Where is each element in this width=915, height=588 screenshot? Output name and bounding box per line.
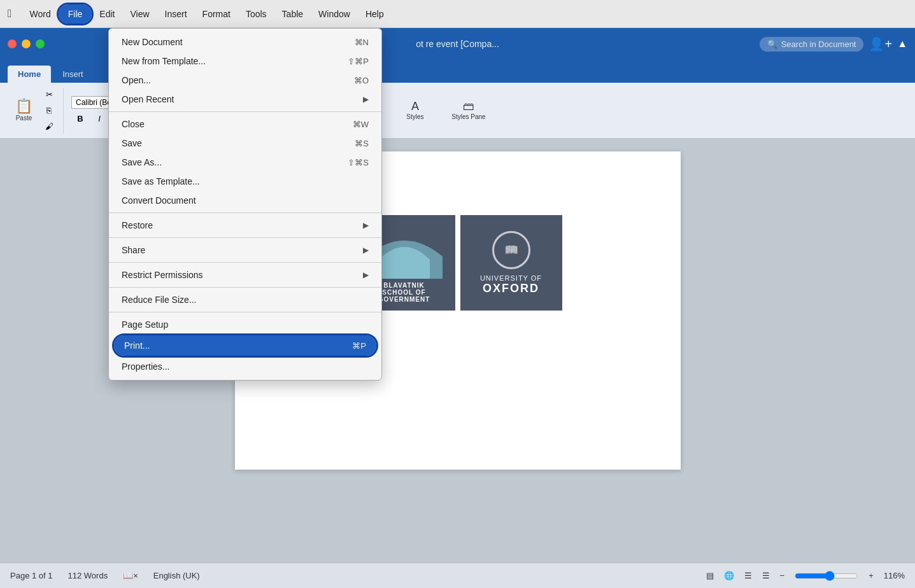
restrict-permissions-arrow-icon: ▶ [363, 270, 369, 279]
search-box[interactable]: 🔍 Search in Document [760, 37, 864, 52]
page-indicator: Page 1 of 1 [10, 571, 53, 580]
italic-button[interactable]: I [90, 111, 108, 127]
minimize-button[interactable] [22, 39, 31, 48]
styles-label: Styles [406, 113, 423, 120]
zoom-out-button[interactable]: − [780, 571, 785, 580]
zoom-in-button[interactable]: + [869, 571, 874, 580]
separator-2 [109, 213, 381, 213]
oxford-logo: 📖 UNIVERSITY OF OXFORD [460, 215, 562, 311]
styles-pane-button[interactable]: 🗃 Styles Pane [443, 90, 494, 131]
copy-button[interactable]: ⎘ [40, 103, 58, 118]
word-count: 112 Words [68, 571, 108, 580]
menu-file[interactable]: File [59, 4, 92, 24]
paste-icon: 📋 [15, 99, 32, 113]
menu-format[interactable]: Format [195, 6, 238, 22]
share-arrow-icon: ▶ [363, 246, 369, 255]
menu-open-label: Open... [122, 75, 151, 85]
menu-share[interactable]: Share ▶ [109, 241, 381, 260]
file-menu-dropdown: New Document ⌘N New from Template... ⇧⌘P… [108, 28, 382, 381]
menu-restore[interactable]: Restore ▶ [109, 216, 381, 235]
menu-open-recent-label: Open Recent [122, 94, 174, 104]
menu-page-setup-label: Page Setup [122, 319, 168, 330]
menu-page-setup[interactable]: Page Setup [109, 315, 381, 334]
menu-properties[interactable]: Properties... [109, 357, 381, 376]
menu-view[interactable]: View [122, 6, 157, 22]
menu-new-document-label: New Document [122, 37, 183, 47]
layout-view-icon[interactable]: ▤ [706, 571, 714, 580]
menu-save-as-label: Save As... [122, 157, 162, 167]
open-recent-arrow-icon: ▶ [363, 95, 369, 104]
menu-close-shortcut: ⌘W [353, 120, 369, 129]
menu-new-template-shortcut: ⇧⌘P [348, 57, 369, 66]
language-indicator[interactable]: English (UK) [153, 571, 200, 580]
apple-logo[interactable]:  [8, 7, 12, 20]
bold-button[interactable]: B [71, 111, 89, 127]
menu-word[interactable]: Word [22, 6, 59, 22]
maximize-button[interactable] [36, 39, 45, 48]
styles-pane-icon: 🗃 [463, 101, 474, 112]
draft-view-icon[interactable]: ☰ [762, 571, 770, 580]
menu-print[interactable]: Print... ⌘P [114, 335, 376, 356]
spelling-icon[interactable]: 📖× [123, 571, 138, 580]
menu-print-shortcut: ⌘P [352, 341, 366, 351]
menu-close-label: Close [122, 119, 145, 129]
menu-save[interactable]: Save ⌘S [109, 134, 381, 153]
oxford-subtitle: UNIVERSITY OF [480, 274, 542, 282]
menu-close[interactable]: Close ⌘W [109, 115, 381, 134]
menu-bar:  Word File Edit View Insert Format Tool… [0, 0, 915, 28]
menu-save-as-shortcut: ⇧⌘S [348, 158, 369, 167]
menu-insert[interactable]: Insert [157, 6, 195, 22]
styles-icon: A [411, 101, 419, 112]
menu-restrict-permissions-label: Restrict Permissions [122, 270, 203, 280]
menu-new-document-shortcut: ⌘N [355, 38, 369, 47]
menu-convert-document[interactable]: Convert Document [109, 191, 381, 210]
tab-home[interactable]: Home [8, 66, 51, 83]
close-button[interactable] [8, 39, 17, 48]
collapse-icon[interactable]: ▲ [897, 38, 907, 50]
menu-open[interactable]: Open... ⌘O [109, 71, 381, 90]
menu-window[interactable]: Window [311, 6, 358, 22]
menu-save-as[interactable]: Save As... ⇧⌘S [109, 153, 381, 172]
menu-edit[interactable]: Edit [92, 6, 122, 22]
menu-open-shortcut: ⌘O [354, 76, 369, 85]
menu-help[interactable]: Help [358, 6, 392, 22]
web-view-icon[interactable]: 🌐 [724, 571, 734, 580]
oxford-seal: 📖 [492, 231, 530, 269]
separator-1 [109, 111, 381, 112]
tab-insert[interactable]: Insert [52, 66, 94, 83]
menu-share-label: Share [122, 245, 145, 255]
menu-reduce-file-size[interactable]: Reduce File Size... [109, 290, 381, 309]
paste-label: Paste [16, 115, 32, 122]
separator-3 [109, 237, 381, 238]
menu-restrict-permissions[interactable]: Restrict Permissions ▶ [109, 265, 381, 284]
add-person-icon[interactable]: 👤+ [869, 36, 892, 52]
restore-arrow-icon: ▶ [363, 221, 369, 230]
status-right: ▤ 🌐 ☰ ☰ − + 116% [706, 571, 905, 581]
styles-button[interactable]: A Styles [390, 90, 441, 131]
separator-4 [109, 262, 381, 263]
menu-save-shortcut: ⌘S [355, 139, 369, 148]
outline-view-icon[interactable]: ☰ [744, 571, 752, 580]
zoom-slider[interactable] [795, 571, 858, 581]
menu-print-label: Print... [124, 340, 150, 351]
menu-reduce-file-size-label: Reduce File Size... [122, 295, 197, 305]
cut-button[interactable]: ✂ [40, 88, 58, 102]
oxford-title: OXFORD [483, 282, 539, 295]
format-painter-button[interactable]: 🖌 [40, 119, 58, 134]
menu-save-as-template[interactable]: Save as Template... [109, 172, 381, 191]
clipboard-section: ✂ ⎘ 🖌 [40, 88, 58, 134]
menu-items: Word File Edit View Insert Format Tools … [22, 4, 392, 24]
menu-new-template[interactable]: New from Template... ⇧⌘P [109, 52, 381, 71]
menu-tools[interactable]: Tools [238, 6, 274, 22]
menu-open-recent[interactable]: Open Recent ▶ [109, 90, 381, 109]
menu-new-document[interactable]: New Document ⌘N [109, 32, 381, 52]
separator-5 [109, 287, 381, 288]
menu-table[interactable]: Table [274, 6, 311, 22]
menu-new-template-label: New from Template... [122, 56, 206, 66]
paste-button[interactable]: 📋 Paste [10, 90, 38, 131]
separator-6 [109, 312, 381, 312]
menu-restore-label: Restore [122, 220, 153, 230]
search-icon: 🔍 [767, 39, 777, 49]
menu-properties-label: Properties... [122, 361, 169, 372]
styles-pane-label: Styles Pane [451, 113, 485, 120]
